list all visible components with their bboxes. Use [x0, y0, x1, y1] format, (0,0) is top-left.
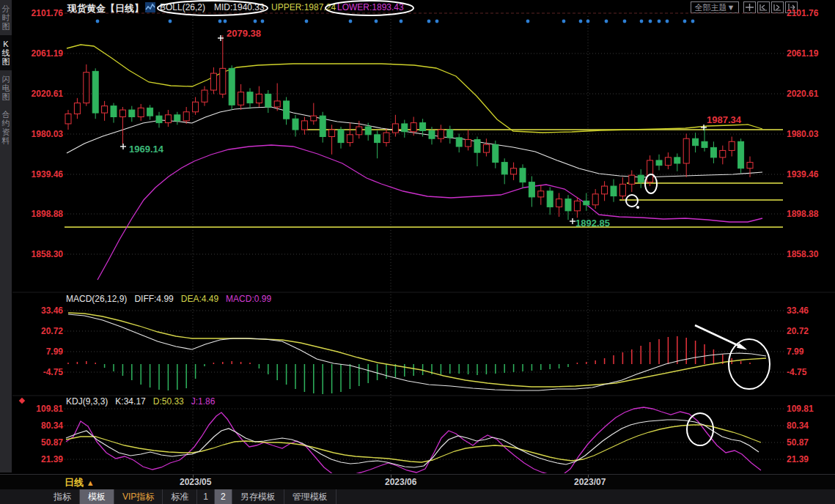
- price-axis-tick-right: 1980.03: [787, 130, 828, 139]
- price-annotation: 1987.34: [707, 114, 741, 125]
- toolbar-tab-指标[interactable]: 指标: [45, 489, 80, 504]
- indicator-value: MACD:0.99: [226, 294, 271, 304]
- trading-app-window: { "colors":{"red":"#e8333c","green":"#2f…: [0, 0, 835, 504]
- price-axis-tick-right: 2061.19: [787, 49, 828, 59]
- kdj-axis-tick-left: 109.81: [25, 404, 63, 414]
- date-tick: [193, 475, 194, 478]
- macd-axis-tick-right: 7.99: [787, 347, 828, 357]
- toolbar-tab-VIP指标[interactable]: VIP指标: [114, 489, 163, 504]
- macd-axis-tick-right: -4.75: [787, 368, 828, 377]
- date-label: 2023/06: [385, 477, 416, 487]
- kdj-axis-tick-right: 80.34: [787, 421, 828, 431]
- toolbar-tab-2[interactable]: 2: [215, 489, 232, 504]
- price-axis-tick-left: 1939.46: [25, 170, 63, 179]
- price-axis-tick-left: 2061.19: [25, 49, 63, 59]
- indicator-value: DIFF:4.99: [134, 294, 173, 304]
- price-axis-tick-right: 1939.46: [787, 170, 828, 179]
- kdj-axis-tick-left: 50.87: [25, 438, 63, 448]
- kdj-axis-tick-right: 109.81: [787, 404, 828, 414]
- indicator-value: J:1.86: [191, 396, 216, 407]
- macd-axis-tick-left: -4.75: [25, 368, 63, 377]
- macd-axis-tick-left: 7.99: [25, 347, 63, 357]
- price-annotation: 2079.38: [227, 28, 261, 39]
- toolbar-tab-1[interactable]: 1: [197, 489, 215, 504]
- macd-axis-tick-right: 33.46: [787, 306, 828, 316]
- kdj-axis-tick-right: 21.39: [787, 455, 828, 464]
- price-axis-tick-right: 2020.61: [787, 89, 828, 99]
- indicator-value: MACD(26,12,9): [66, 294, 127, 304]
- indicator-value: K:34.17: [115, 396, 145, 407]
- date-label: 2023/07: [574, 477, 606, 487]
- triangle-up-icon: ▲: [87, 478, 95, 487]
- toolbar-tab-另存模板[interactable]: 另存模板: [232, 489, 284, 504]
- price-annotation: 1892.85: [575, 218, 610, 229]
- kdj-axis-tick-right: 50.87: [787, 438, 828, 448]
- date-axis-row: 日线 ▲ 2023/052023/062023/07: [0, 474, 835, 490]
- indicator-value: DEA:4.49: [181, 294, 218, 304]
- toolbar-tab-管理模板[interactable]: 管理模板: [284, 489, 336, 504]
- kdj-axis-tick-left: 21.39: [25, 455, 63, 464]
- period-selector[interactable]: 日线 ▲: [65, 476, 95, 489]
- macd-axis-tick-left: 33.46: [25, 306, 63, 316]
- price-axis-tick-right: 1858.30: [787, 250, 828, 259]
- price-axis-tick-left: 1898.88: [25, 210, 63, 219]
- price-axis-tick-left: 2101.76: [25, 9, 63, 18]
- price-axis-tick-right: 1898.88: [787, 210, 828, 219]
- indicator-value: D:50.33: [153, 396, 184, 407]
- date-tick: [391, 475, 391, 478]
- macd-header: MACD(26,12,9)DIFF:4.99DEA:4.49MACD:0.99: [66, 294, 279, 304]
- price-axis-tick-left: 2020.61: [25, 89, 63, 99]
- toolbar-tab-标准[interactable]: 标准: [163, 489, 197, 504]
- kdj-header: KDJ(9,3,3)K:34.17D:50.33J:1.86: [66, 396, 222, 407]
- price-axis-tick-left: 1980.03: [25, 130, 63, 139]
- date-tick: [588, 475, 589, 478]
- macd-axis-tick-right: 20.72: [787, 327, 828, 336]
- macd-axis-tick-left: 20.72: [25, 327, 63, 336]
- price-annotation: 1969.14: [129, 144, 163, 155]
- date-label: 2023/05: [180, 477, 211, 487]
- toolbar-tab-模板[interactable]: 模板: [80, 489, 114, 504]
- price-axis-tick-right: 2101.76: [787, 9, 828, 18]
- kdj-axis-tick-left: 80.34: [25, 421, 63, 431]
- bottom-toolbar: 指标模板VIP指标标准12另存模板管理模板: [0, 489, 835, 504]
- indicator-value: KDJ(9,3,3): [66, 396, 108, 407]
- price-axis-tick-left: 1858.30: [25, 250, 63, 259]
